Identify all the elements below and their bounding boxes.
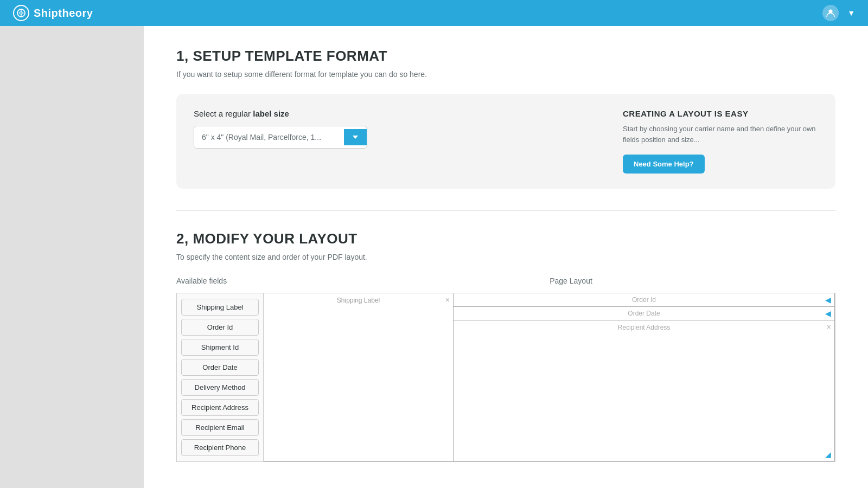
recipient-address-label: Recipient Address	[618, 324, 671, 331]
order-id-resize-icon[interactable]: ◀	[825, 296, 831, 304]
content-area: 1, SETUP TEMPLATE FORMAT If you want to …	[144, 26, 868, 488]
layout-field-recipient-address[interactable]: Recipient Address × ◢	[454, 320, 835, 461]
field-recipient-email[interactable]: Recipient Email	[181, 419, 259, 436]
section1-subtitle: If you want to setup some different form…	[176, 70, 835, 79]
section2-subtitle: To specify the content size and order of…	[176, 253, 835, 261]
order-date-label: Order Date	[628, 310, 660, 317]
template-left: Select a regular label size	[194, 109, 590, 174]
recipient-address-close-icon[interactable]: ×	[827, 323, 831, 331]
logo-icon	[13, 5, 29, 21]
template-right: CREATING A LAYOUT IS EASY Start by choos…	[623, 109, 818, 174]
label-size-dropdown-button[interactable]	[344, 129, 367, 145]
chevron-icon	[353, 136, 358, 139]
creating-title: CREATING A LAYOUT IS EASY	[623, 109, 818, 118]
field-shipping-label[interactable]: Shipping Label	[181, 299, 259, 316]
label-size-label: Select a regular label size	[194, 109, 590, 118]
layout-labels: Available fields Page Layout	[176, 277, 835, 285]
sidebar	[0, 26, 144, 488]
label-size-bold: label size	[253, 109, 289, 118]
field-recipient-phone[interactable]: Recipient Phone	[181, 439, 259, 456]
chevron-down-icon[interactable]: ▼	[847, 9, 855, 17]
field-recipient-address[interactable]: Recipient Address	[181, 399, 259, 416]
page-layout-area: Shipping Label × Order Id ◀ Order Date ◀	[264, 293, 835, 462]
page-layout-label: Page Layout	[307, 277, 835, 285]
recipient-address-resize-icon[interactable]: ◢	[825, 450, 831, 459]
shipping-label-box-label: Shipping Label	[264, 293, 453, 307]
header-right: ▼	[822, 5, 855, 21]
user-icon[interactable]	[822, 5, 839, 21]
logo-text: Shiptheory	[34, 7, 93, 20]
field-order-id[interactable]: Order Id	[181, 319, 259, 336]
section1-title: 1, SETUP TEMPLATE FORMAT	[176, 48, 835, 65]
layout-field-order-id[interactable]: Order Id ◀	[454, 293, 835, 307]
field-delivery-method[interactable]: Delivery Method	[181, 379, 259, 396]
layout-body: Shipping Label Order Id Shipment Id Orde…	[176, 293, 835, 462]
section2-title: 2, MODIFY YOUR LAYOUT	[176, 230, 835, 247]
available-fields-label: Available fields	[176, 277, 307, 285]
header: Shiptheory ▼	[0, 0, 868, 26]
template-format-card: Select a regular label size CREATING A L…	[176, 94, 835, 189]
label-size-input[interactable]	[194, 126, 344, 148]
label-size-select-wrapper[interactable]	[194, 126, 367, 149]
logo: Shiptheory	[13, 5, 93, 21]
field-order-date[interactable]: Order Date	[181, 359, 259, 376]
order-date-resize-icon[interactable]: ◀	[825, 309, 831, 318]
layout-field-order-date[interactable]: Order Date ◀	[454, 307, 835, 320]
field-shipment-id[interactable]: Shipment Id	[181, 339, 259, 356]
right-fields: Order Id ◀ Order Date ◀ Recipient Addres…	[454, 293, 835, 461]
help-button[interactable]: Need Some Help?	[623, 155, 705, 174]
shipping-label-box[interactable]: Shipping Label ×	[264, 293, 454, 461]
creating-desc: Start by choosing your carrier name and …	[623, 124, 818, 145]
section-divider	[176, 210, 835, 211]
available-fields-panel: Shipping Label Order Id Shipment Id Orde…	[177, 293, 264, 462]
shipping-label-close-icon[interactable]: ×	[445, 296, 450, 304]
main-container: 1, SETUP TEMPLATE FORMAT If you want to …	[0, 26, 868, 488]
label-size-prefix: Select a regular	[194, 109, 253, 118]
order-id-label: Order Id	[632, 296, 656, 304]
layout-section: 2, MODIFY YOUR LAYOUT To specify the con…	[176, 230, 835, 462]
